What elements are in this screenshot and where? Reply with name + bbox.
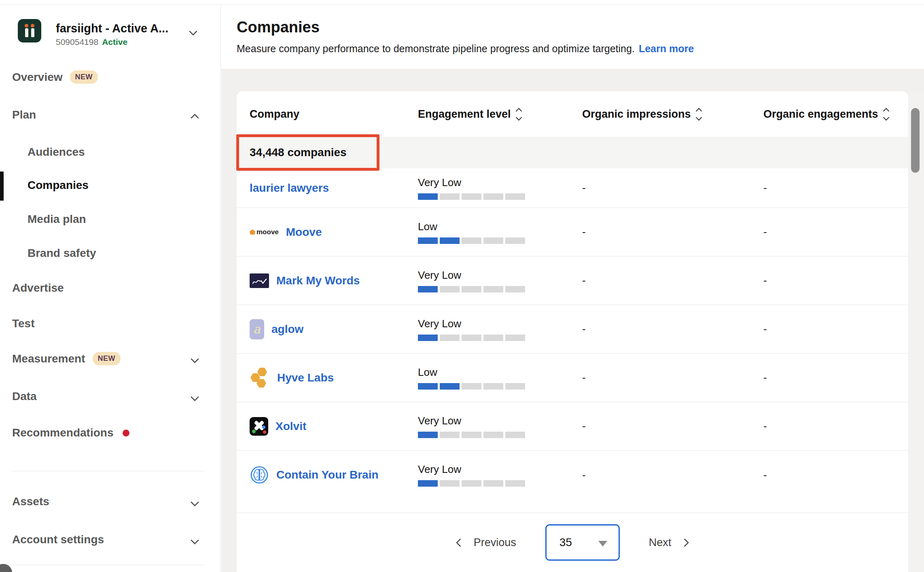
company-logo [250,465,269,485]
account-logo-icon [18,19,41,42]
scrollbar-thumb[interactable] [911,108,920,173]
column-header-organic-impressions: Organic impressions [582,108,763,121]
engagement-level-label: Low [418,220,582,233]
organic-impressions-value: - [582,371,763,384]
company-link[interactable]: Xolvit [276,420,306,433]
sort-icon[interactable] [517,109,521,120]
moove-house-icon [250,229,255,235]
engagement-level-bar [418,286,582,292]
company-link[interactable]: Moove [286,226,322,239]
engagement-level-label: Low [418,366,582,379]
table-row: Mark My Words Very Low - - [237,256,908,305]
organic-engagements-value: - [763,226,908,238]
chevron-down-icon[interactable] [191,355,199,363]
engagement-level-bar [418,432,582,438]
organic-impressions-value: - [582,226,763,238]
sidebar-item-account-settings[interactable]: Account settings [12,533,104,546]
company-link[interactable]: laurier lawyers [250,182,329,195]
company-link[interactable]: Mark My Words [276,274,360,287]
sidebar-item-media-plan[interactable]: Media plan [28,213,86,226]
engagement-level-label: Very Low [418,269,582,282]
sidebar-item-overview[interactable]: Overview NEW [12,70,98,84]
sidebar-item-recommendations[interactable]: Recommendations [12,426,129,439]
page-description: Measure company performance to demonstra… [237,43,694,55]
new-badge: NEW [70,70,98,84]
organic-impressions-value: - [582,274,763,287]
sidebar-item-assets[interactable]: Assets [12,495,49,508]
notification-dot-icon [123,430,129,436]
company-logo: a [250,319,264,339]
chevron-right-icon [680,538,689,547]
engagement-level-label: Very Low [418,463,582,476]
page-title: Companies [237,19,320,36]
account-status: Active [102,37,127,47]
organic-impressions-value: - [582,469,763,481]
sidebar-item-test[interactable]: Test [12,317,35,330]
organic-engagements-value: - [763,182,908,194]
sidebar-item-audiences[interactable]: Audiences [28,146,85,159]
sidebar-item-brand-safety[interactable]: Brand safety [28,247,96,260]
previous-button[interactable]: Previous [457,536,516,549]
column-header-engagement-level: Engagement level [418,108,582,121]
organic-engagements-value: - [763,420,908,432]
chevron-up-icon[interactable] [191,114,199,122]
account-id: 509054198 [56,37,98,47]
chevron-down-icon[interactable] [191,536,199,544]
sidebar-divider [12,471,205,471]
engagement-level-label: Very Low [418,318,582,330]
column-header-organic-engagements: Organic engagements [763,108,908,121]
company-count-row: 34,448 companies [237,137,908,168]
company-logo [250,367,270,388]
table-row: Hyve Labs Low - - [237,354,908,402]
engagement-level-bar [418,335,582,341]
organic-engagements-value: - [763,323,908,335]
chevron-down-icon[interactable] [189,27,197,36]
chevron-left-icon [456,538,464,547]
chevron-down-icon[interactable] [191,498,199,506]
column-header-company: Company [250,108,418,121]
sidebar-item-advertise[interactable]: Advertise [12,282,64,294]
table-row: laurier lawyers Very Low - - [237,168,908,208]
sidebar-item-plan[interactable]: Plan [12,108,36,121]
content-panel: Company Engagement level Organic impress… [221,69,924,572]
engagement-level-bar [418,480,582,487]
sort-icon[interactable] [697,109,701,120]
next-button[interactable]: Next [649,536,688,549]
learn-more-link[interactable]: Learn more [639,43,694,54]
companies-table-card: Company Engagement level Organic impress… [237,91,908,572]
table-row: Xolvit Very Low - - [237,402,908,451]
companies-page: farsiight - Active A... 509054198Active … [0,0,924,572]
engagement-level-label: Very Low [418,176,582,189]
page-size-select[interactable]: 35 [545,524,620,561]
sidebar: farsiight - Active A... 509054198Active … [0,5,221,572]
table-header-row: Company Engagement level Organic impress… [237,91,908,137]
chevron-down-icon[interactable] [191,393,199,401]
sidebar-item-data[interactable]: Data [12,390,37,403]
company-count: 34,448 companies [250,146,347,159]
company-link[interactable]: aglow [271,323,303,336]
avatar[interactable] [0,562,14,572]
dropdown-triangle-icon [598,541,607,547]
page-size-value: 35 [559,536,572,549]
engagement-level-bar [418,383,582,390]
new-badge: NEW [93,352,121,365]
company-link[interactable]: Contain Your Brain [276,468,379,481]
table-row: Contain Your Brain Very Low - - [237,451,908,499]
table-row: moove Moove Low - - [237,208,908,256]
sidebar-item-measurement[interactable]: Measurement NEW [12,352,121,365]
sort-icon[interactable] [884,109,888,120]
active-item-indicator [0,172,4,201]
company-logo [250,273,269,288]
sidebar-item-companies[interactable]: Companies [28,179,89,192]
organic-engagements-value: - [763,371,908,384]
organic-impressions-value: - [582,323,763,335]
organic-impressions-value: - [582,420,763,432]
table-row: a aglow Very Low - - [237,305,908,354]
account-meta: 509054198Active [56,37,127,47]
engagement-level-bar [418,237,582,244]
company-logo [250,417,268,436]
company-link[interactable]: Hyve Labs [277,371,334,384]
company-logo: moove [250,228,279,236]
organic-engagements-value: - [763,274,908,287]
account-name: farsiight - Active A... [56,22,168,35]
